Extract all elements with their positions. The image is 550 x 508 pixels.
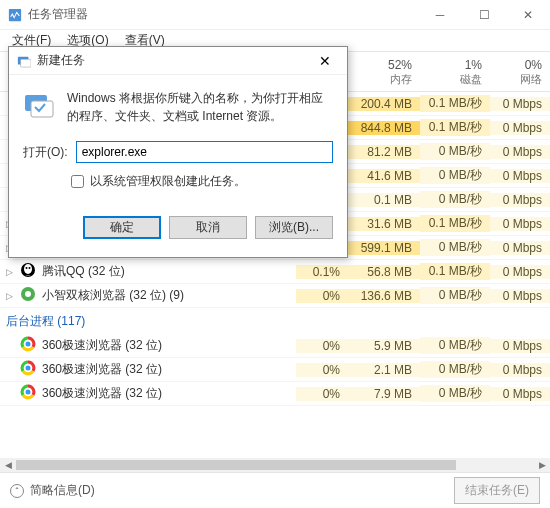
disk-cell: 0.1 MB/秒 <box>420 263 490 280</box>
titlebar: 任务管理器 ─ ☐ ✕ <box>0 0 550 30</box>
run-icon <box>23 89 55 121</box>
network-cell: 0 Mbps <box>490 241 550 255</box>
network-cell: 0 Mbps <box>490 97 550 111</box>
header-memory[interactable]: 52%内存 <box>348 56 420 91</box>
open-input[interactable] <box>76 141 333 163</box>
process-name: 360极速浏览器 (32 位) <box>42 337 162 354</box>
memory-cell: 599.1 MB <box>348 241 420 255</box>
memory-cell: 2.1 MB <box>348 363 420 377</box>
process-name: 360极速浏览器 (32 位) <box>42 385 162 402</box>
process-icon <box>20 384 36 403</box>
svg-point-7 <box>29 267 31 269</box>
cpu-cell: 0% <box>296 363 348 377</box>
expand-icon[interactable]: ▷ <box>4 291 14 301</box>
memory-cell: 5.9 MB <box>348 339 420 353</box>
process-row[interactable]: 360极速浏览器 (32 位)0%7.9 MB0 MB/秒0 Mbps <box>0 382 550 406</box>
minimize-button[interactable]: ─ <box>418 0 462 30</box>
disk-cell: 0.1 MB/秒 <box>420 119 490 136</box>
ok-button[interactable]: 确定 <box>83 216 161 239</box>
network-cell: 0 Mbps <box>490 217 550 231</box>
network-cell: 0 Mbps <box>490 265 550 279</box>
network-cell: 0 Mbps <box>490 169 550 183</box>
cpu-cell: 0% <box>296 339 348 353</box>
network-cell: 0 Mbps <box>490 363 550 377</box>
network-cell: 0 Mbps <box>490 145 550 159</box>
memory-cell: 7.9 MB <box>348 387 420 401</box>
memory-cell: 56.8 MB <box>348 265 420 279</box>
memory-cell: 41.6 MB <box>348 169 420 183</box>
footer: ˆ 简略信息(D) 结束任务(E) <box>0 472 550 508</box>
memory-cell: 81.2 MB <box>348 145 420 159</box>
disk-cell: 0.1 MB/秒 <box>420 95 490 112</box>
process-name: 小智双核浏览器 (32 位) (9) <box>42 287 184 304</box>
network-cell: 0 Mbps <box>490 193 550 207</box>
network-cell: 0 Mbps <box>490 387 550 401</box>
maximize-button[interactable]: ☐ <box>462 0 506 30</box>
fewer-details-link[interactable]: 简略信息(D) <box>30 482 95 499</box>
svg-point-9 <box>25 291 31 297</box>
process-row[interactable]: ▷腾讯QQ (32 位)0.1%56.8 MB0.1 MB/秒0 Mbps <box>0 260 550 284</box>
process-row[interactable]: 360极速浏览器 (32 位)0%5.9 MB0 MB/秒0 Mbps <box>0 334 550 358</box>
cpu-cell: 0% <box>296 289 348 303</box>
memory-cell: 31.6 MB <box>348 217 420 231</box>
memory-cell: 200.4 MB <box>348 97 420 111</box>
group-header-background[interactable]: 后台进程 (117) <box>0 308 550 334</box>
dialog-close-button[interactable]: ✕ <box>307 53 343 69</box>
horizontal-scrollbar[interactable]: ◀▶ <box>0 458 550 472</box>
memory-cell: 0.1 MB <box>348 193 420 207</box>
svg-point-15 <box>26 390 31 395</box>
disk-cell: 0 MB/秒 <box>420 385 490 402</box>
disk-cell: 0 MB/秒 <box>420 143 490 160</box>
process-icon <box>20 336 36 355</box>
cpu-cell: 0% <box>296 387 348 401</box>
process-icon <box>20 262 36 281</box>
process-name: 腾讯QQ (32 位) <box>42 263 125 280</box>
browse-button[interactable]: 浏览(B)... <box>255 216 333 239</box>
cpu-cell: 0.1% <box>296 265 348 279</box>
memory-cell: 136.6 MB <box>348 289 420 303</box>
svg-rect-17 <box>21 59 32 67</box>
chevron-up-icon[interactable]: ˆ <box>10 484 24 498</box>
admin-label: 以系统管理权限创建此任务。 <box>90 173 246 190</box>
run-dialog: 新建任务 ✕ Windows 将根据你所键入的名称，为你打开相应的程序、文件夹、… <box>8 46 348 258</box>
disk-cell: 0 MB/秒 <box>420 239 490 256</box>
process-icon <box>20 286 36 305</box>
svg-point-13 <box>26 366 31 371</box>
close-button[interactable]: ✕ <box>506 0 550 30</box>
cancel-button[interactable]: 取消 <box>169 216 247 239</box>
open-label: 打开(O): <box>23 144 68 161</box>
header-network[interactable]: 0%网络 <box>490 56 550 91</box>
disk-cell: 0 MB/秒 <box>420 287 490 304</box>
window-title: 任务管理器 <box>28 6 418 23</box>
network-cell: 0 Mbps <box>490 289 550 303</box>
process-name: 360极速浏览器 (32 位) <box>42 361 162 378</box>
process-row[interactable]: ▷小智双核浏览器 (32 位) (9)0%136.6 MB0 MB/秒0 Mbp… <box>0 284 550 308</box>
process-icon <box>20 360 36 379</box>
svg-point-11 <box>26 342 31 347</box>
disk-cell: 0.1 MB/秒 <box>420 215 490 232</box>
admin-checkbox[interactable] <box>71 175 84 188</box>
svg-point-5 <box>24 264 32 274</box>
task-manager-icon <box>8 8 22 22</box>
network-cell: 0 Mbps <box>490 339 550 353</box>
svg-point-6 <box>26 267 28 269</box>
disk-cell: 0 MB/秒 <box>420 167 490 184</box>
disk-cell: 0 MB/秒 <box>420 337 490 354</box>
dialog-title: 新建任务 <box>37 52 307 69</box>
disk-cell: 0 MB/秒 <box>420 361 490 378</box>
disk-cell: 0 MB/秒 <box>420 191 490 208</box>
network-cell: 0 Mbps <box>490 121 550 135</box>
run-dialog-icon <box>17 54 31 68</box>
memory-cell: 844.8 MB <box>348 121 420 135</box>
header-disk[interactable]: 1%磁盘 <box>420 56 490 91</box>
dialog-message: Windows 将根据你所键入的名称，为你打开相应的程序、文件夹、文档或 Int… <box>67 89 333 125</box>
end-task-button[interactable]: 结束任务(E) <box>454 477 540 504</box>
expand-icon[interactable]: ▷ <box>4 267 14 277</box>
process-row[interactable]: 360极速浏览器 (32 位)0%2.1 MB0 MB/秒0 Mbps <box>0 358 550 382</box>
